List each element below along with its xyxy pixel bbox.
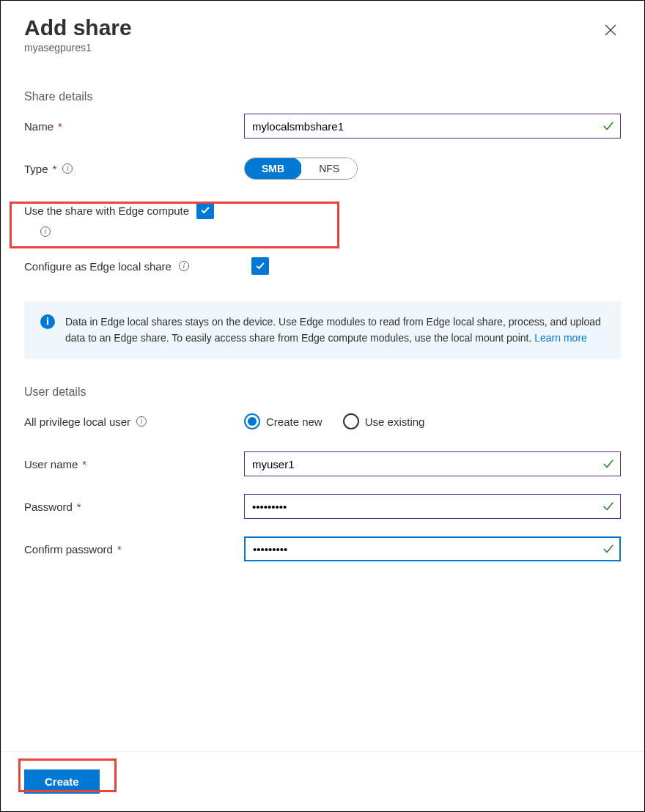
username-input[interactable] [244, 451, 621, 476]
required-asterisk: * [58, 120, 62, 133]
resource-subtitle: myasegpures1 [24, 42, 132, 53]
info-banner: i Data in Edge local shares stays on the… [24, 301, 621, 359]
name-input[interactable] [244, 114, 621, 139]
info-banner-text: Data in Edge local shares stays on the d… [65, 314, 605, 346]
close-icon[interactable] [600, 20, 621, 43]
name-label: Name* [24, 120, 244, 133]
privilege-radio-group: Create new Use existing [244, 413, 621, 429]
page-title: Add share [24, 15, 132, 40]
privilege-label: All privilege local user i [24, 416, 244, 428]
edge-local-row: Configure as Edge local share i [24, 257, 621, 275]
panel-footer: Create [1, 751, 644, 811]
user-details-heading: User details [24, 385, 621, 399]
name-row: Name* [24, 114, 621, 139]
confirm-password-row: Confirm password* [24, 536, 621, 561]
username-label: User name* [24, 458, 244, 470]
type-segmented-control: SMB NFS [244, 158, 358, 180]
confirm-password-label: Confirm password* [24, 543, 244, 556]
edge-compute-row: Use the share with Edge compute i [24, 202, 621, 237]
info-icon[interactable]: i [179, 261, 189, 271]
password-label: Password* [24, 501, 244, 513]
radio-use-existing[interactable]: Use existing [343, 413, 425, 429]
add-share-panel: Add share myasegpures1 Share details Nam… [0, 0, 645, 812]
edge-compute-checkbox[interactable] [196, 202, 214, 219]
edge-local-checkbox[interactable] [251, 257, 269, 275]
privilege-row: All privilege local user i Create new Us… [24, 409, 621, 434]
username-row: User name* [24, 451, 621, 476]
confirm-password-input[interactable] [244, 536, 621, 561]
type-row: Type* i SMB NFS [24, 156, 621, 181]
edge-local-label: Configure as Edge local share [24, 260, 172, 273]
info-icon[interactable]: i [40, 226, 51, 237]
info-icon[interactable]: i [62, 163, 73, 174]
password-input[interactable] [244, 494, 621, 519]
type-label: Type* i [24, 163, 244, 175]
info-badge-icon: i [40, 314, 55, 329]
learn-more-link[interactable]: Learn more [534, 332, 587, 344]
create-button[interactable]: Create [24, 769, 100, 794]
radio-create-new[interactable]: Create new [244, 413, 322, 429]
share-details-heading: Share details [24, 90, 621, 103]
type-option-nfs[interactable]: NFS [301, 158, 357, 179]
info-icon[interactable]: i [136, 416, 147, 427]
type-option-smb[interactable]: SMB [244, 158, 302, 180]
password-row: Password* [24, 494, 621, 519]
panel-header: Add share myasegpures1 [24, 15, 621, 53]
edge-compute-label: Use the share with Edge compute [24, 204, 189, 217]
